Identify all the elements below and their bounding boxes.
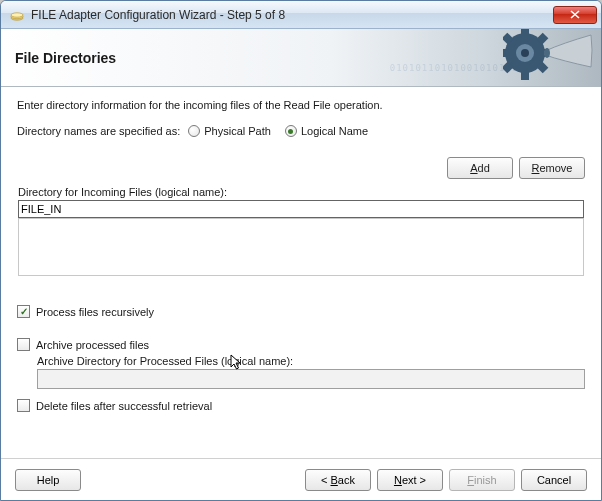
radio-icon (285, 125, 297, 137)
recursive-label: Process files recursively (36, 306, 154, 318)
header-panel: File Directories 0101011010100101010101 (1, 29, 601, 87)
help-button[interactable]: Help (15, 469, 81, 491)
wizard-window: FILE Adapter Configuration Wizard - Step… (0, 0, 602, 501)
archive-group: Archive processed files Archive Director… (17, 338, 585, 389)
app-icon (9, 7, 25, 23)
path-type-radio-group: Physical Path Logical Name (188, 125, 368, 137)
archive-label: Archive processed files (36, 339, 149, 351)
checkbox-icon (17, 399, 30, 412)
spec-label: Directory names are specified as: (17, 125, 180, 137)
svg-point-14 (544, 48, 550, 58)
content-area: Enter directory information for the inco… (1, 87, 601, 458)
directory-spec-row: Directory names are specified as: Physic… (17, 125, 585, 137)
archive-checkbox-row[interactable]: Archive processed files (17, 338, 585, 351)
close-icon (570, 10, 580, 19)
checkbox-icon (17, 305, 30, 318)
svg-point-13 (521, 49, 529, 57)
next-button[interactable]: Next > (377, 469, 443, 491)
wizard-footer: Help < Back Next > Finish Cancel (1, 458, 601, 500)
svg-rect-6 (503, 49, 508, 57)
svg-rect-5 (521, 70, 529, 80)
delete-checkbox-row[interactable]: Delete files after successful retrieval (17, 399, 585, 412)
gear-icon (503, 29, 593, 87)
radio-logical-name[interactable]: Logical Name (285, 125, 368, 137)
incoming-dir-label: Directory for Incoming Files (logical na… (18, 186, 584, 198)
svg-point-2 (11, 12, 23, 16)
archive-dir-label: Archive Directory for Processed Files (l… (37, 355, 585, 367)
titlebar: FILE Adapter Configuration Wizard - Step… (1, 1, 601, 29)
archive-sub: Archive Directory for Processed Files (l… (37, 355, 585, 389)
radio-physical-path[interactable]: Physical Path (188, 125, 271, 137)
page-title: File Directories (15, 50, 116, 66)
back-button[interactable]: < Back (305, 469, 371, 491)
incoming-dir-input[interactable] (18, 200, 584, 218)
close-button[interactable] (553, 6, 597, 24)
window-title: FILE Adapter Configuration Wizard - Step… (31, 8, 553, 22)
recursive-checkbox-row[interactable]: Process files recursively (17, 305, 585, 318)
radio-label: Physical Path (204, 125, 271, 137)
add-button[interactable]: Add (447, 157, 513, 179)
remove-button[interactable]: Remove (519, 157, 585, 179)
delete-label: Delete files after successful retrieval (36, 400, 212, 412)
radio-label: Logical Name (301, 125, 368, 137)
incoming-directory-block: Directory for Incoming Files (logical na… (17, 185, 585, 277)
archive-dir-input (37, 369, 585, 389)
radio-icon (188, 125, 200, 137)
finish-button: Finish (449, 469, 515, 491)
cancel-button[interactable]: Cancel (521, 469, 587, 491)
checkbox-icon (17, 338, 30, 351)
svg-rect-4 (521, 29, 529, 36)
directory-list-area[interactable] (18, 218, 584, 276)
intro-text: Enter directory information for the inco… (17, 99, 585, 111)
directory-buttons: Add Remove (17, 157, 585, 179)
